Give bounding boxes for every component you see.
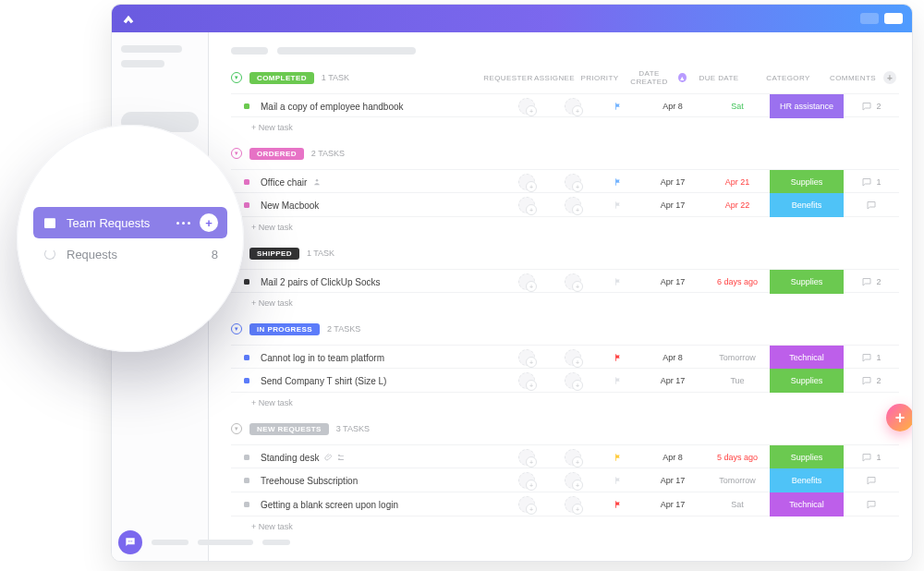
add-column-button[interactable]: +: [883, 71, 896, 84]
category-badge[interactable]: Benefits: [770, 468, 844, 492]
collapse-toggle-icon[interactable]: ▾: [231, 72, 242, 83]
due-date-cell[interactable]: Tomorrow: [705, 476, 770, 485]
priority-flag-icon[interactable]: [596, 102, 640, 111]
comments-cell[interactable]: 1: [844, 352, 899, 363]
requester-add-button[interactable]: [518, 472, 535, 489]
comments-cell[interactable]: 1: [844, 176, 899, 188]
due-date-cell[interactable]: Tomorrow: [705, 353, 770, 362]
due-date-cell[interactable]: Sat: [705, 102, 770, 111]
priority-flag-icon[interactable]: [596, 200, 640, 210]
priority-flag-icon[interactable]: [596, 376, 640, 385]
col-date-created[interactable]: DATE CREATED▲: [622, 69, 687, 86]
new-task-button[interactable]: + New task: [231, 117, 899, 136]
comments-cell[interactable]: 2: [844, 276, 899, 287]
date-created-cell: Apr 17: [640, 177, 705, 187]
assignee-add-button[interactable]: [565, 372, 581, 389]
status-dot-icon: [244, 355, 249, 360]
comments-cell[interactable]: [844, 475, 899, 486]
attach-icon: [324, 453, 334, 462]
requester-add-button[interactable]: [518, 449, 535, 466]
category-badge[interactable]: HR assistance: [770, 94, 844, 118]
due-date-cell[interactable]: Sat: [705, 500, 770, 509]
new-task-button[interactable]: + New task: [231, 393, 899, 411]
category-badge[interactable]: Supplies: [770, 369, 844, 393]
collapse-toggle-icon[interactable]: ▾: [231, 323, 242, 334]
requester-add-button[interactable]: [518, 98, 535, 115]
collapse-toggle-icon[interactable]: ▾: [231, 423, 242, 434]
table-row[interactable]: Mail a copy of employee handbook Apr 8 S…: [231, 93, 899, 117]
comment-icon: [866, 475, 877, 486]
comments-cell[interactable]: 1: [844, 452, 899, 463]
col-category: CATEGORY: [751, 74, 825, 82]
priority-flag-icon[interactable]: [596, 353, 640, 362]
priority-flag-icon[interactable]: [596, 177, 640, 187]
group-task-count: 3 TASKS: [336, 424, 370, 433]
assignee-add-button[interactable]: [565, 174, 581, 190]
priority-flag-icon[interactable]: [596, 476, 640, 485]
requester-add-button[interactable]: [518, 496, 535, 513]
due-date-cell[interactable]: 5 days ago: [705, 453, 770, 462]
table-row[interactable]: Send Company T shirt (Size L) Apr 17 Tue…: [231, 369, 899, 393]
table-row[interactable]: New Macbook Apr 17 Apr 22 Benefits: [231, 193, 899, 217]
assignee-add-button[interactable]: [565, 349, 581, 366]
priority-flag-icon[interactable]: [596, 277, 640, 286]
comments-cell[interactable]: 2: [844, 101, 899, 112]
requester-add-button[interactable]: [518, 273, 535, 290]
assignee-add-button[interactable]: [565, 496, 581, 513]
table-row[interactable]: Mail 2 pairs of ClickUp Socks Apr 17 6 d…: [231, 269, 899, 293]
group-header: ▾ NEW REQUESTS 3 TASKS: [231, 419, 899, 439]
fab-add-button[interactable]: +: [886, 404, 912, 431]
due-date-cell[interactable]: Apr 22: [705, 200, 770, 210]
table-row[interactable]: Standing desk Apr 8 5 days ago Supplies …: [231, 444, 899, 468]
requester-add-button[interactable]: [518, 349, 535, 366]
assignee-add-button[interactable]: [565, 449, 581, 466]
category-badge[interactable]: Supplies: [770, 445, 844, 469]
table-row[interactable]: Office chair Apr 17 Apr 21 Supplies 1: [231, 169, 899, 193]
more-icon[interactable]: [176, 222, 190, 225]
topbar-skeleton: [231, 47, 268, 55]
add-list-button[interactable]: +: [200, 213, 218, 232]
table-row[interactable]: Getting a blank screen upon login Apr 17…: [231, 492, 899, 516]
title-bar-button-2[interactable]: [884, 13, 903, 24]
table-row[interactable]: Treehouse Subscription Apr 17 Tomorrow B…: [231, 468, 899, 492]
comment-icon: [861, 276, 872, 287]
assignee-add-button[interactable]: [565, 197, 581, 213]
priority-flag-icon[interactable]: [596, 453, 640, 462]
assignee-add-button[interactable]: [565, 98, 581, 115]
new-task-button[interactable]: + New task: [231, 217, 899, 236]
status-dot-icon: [244, 202, 249, 208]
due-date-cell[interactable]: Tue: [705, 376, 770, 385]
new-task-button[interactable]: + New task: [231, 293, 899, 311]
assignee-add-button[interactable]: [565, 472, 581, 489]
requester-add-button[interactable]: [518, 372, 535, 389]
collapse-toggle-icon[interactable]: ▾: [231, 148, 242, 159]
sidebar-skeleton: [121, 60, 164, 67]
group-header: ▾ ORDERED 2 TASKS: [231, 143, 899, 164]
task-title: Getting a blank screen upon login: [255, 500, 504, 510]
comments-cell[interactable]: [844, 200, 899, 211]
status-dot-icon: [244, 279, 249, 285]
title-bar-button-1[interactable]: [860, 13, 879, 24]
chat-icon[interactable]: [118, 530, 142, 554]
category-badge[interactable]: Supplies: [770, 170, 844, 194]
assignee-add-button[interactable]: [565, 273, 581, 290]
bottom-skeleton: [262, 540, 290, 545]
requester-add-button[interactable]: [518, 174, 535, 190]
comments-cell[interactable]: 2: [844, 375, 899, 386]
category-badge[interactable]: Supplies: [770, 270, 844, 294]
group-task-count: 2 TASKS: [327, 324, 360, 334]
table-row[interactable]: Cannot log in to team platform Apr 8 Tom…: [231, 345, 899, 369]
requester-add-button[interactable]: [518, 197, 535, 213]
sidebar-item-team-requests[interactable]: Team Requests +: [33, 207, 227, 238]
category-badge[interactable]: Technical: [770, 492, 844, 516]
priority-flag-icon[interactable]: [596, 500, 640, 509]
col-comments: COMMENTS: [825, 74, 881, 82]
sidebar-item-requests[interactable]: Requests 8: [33, 238, 227, 270]
due-date-cell[interactable]: Apr 21: [705, 177, 770, 187]
task-title: Send Company T shirt (Size L): [255, 376, 504, 386]
category-badge[interactable]: Benefits: [770, 193, 844, 217]
category-badge[interactable]: Technical: [770, 346, 844, 370]
due-date-cell[interactable]: 6 days ago: [705, 277, 770, 286]
new-task-button[interactable]: + New task: [231, 516, 899, 535]
comments-cell[interactable]: [844, 499, 899, 510]
